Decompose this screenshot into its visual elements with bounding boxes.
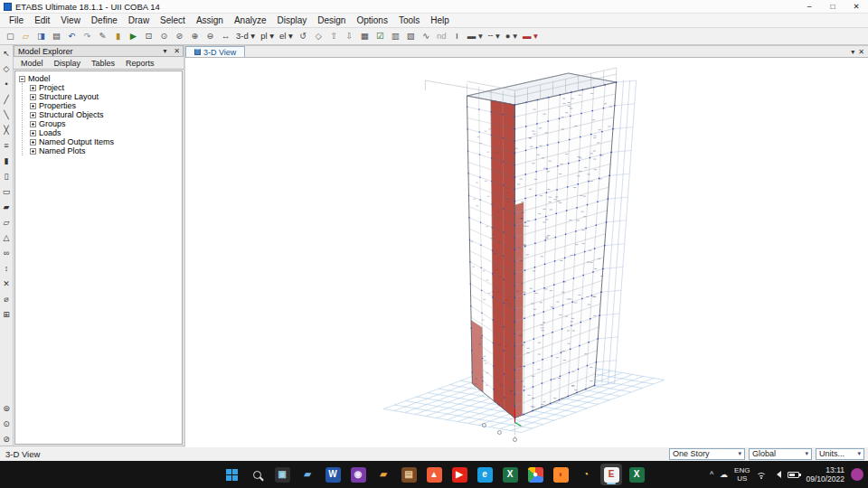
- taskbar-word[interactable]: W: [322, 464, 344, 485]
- reshape-icon[interactable]: ◇: [1, 63, 13, 75]
- tree-item-groups[interactable]: Groups: [39, 119, 66, 128]
- edit-pen-icon[interactable]: ✎: [96, 30, 109, 43]
- move-down-icon[interactable]: ⇩: [343, 30, 356, 43]
- tray-chevron-icon[interactable]: ^: [710, 470, 713, 479]
- wifi-icon[interactable]: [756, 470, 767, 479]
- zoom-rubber-band-icon[interactable]: ⊡: [142, 30, 156, 43]
- menu-edit[interactable]: Edit: [29, 14, 55, 27]
- view-close-icon[interactable]: ✕: [858, 48, 864, 56]
- menu-design[interactable]: Design: [312, 14, 351, 27]
- view-dropdown-icon[interactable]: ▾: [851, 48, 854, 56]
- expand-properties-icon[interactable]: [30, 103, 36, 109]
- select-fill-icon[interactable]: ▬ ▾: [466, 30, 485, 43]
- menu-options[interactable]: Options: [351, 14, 392, 27]
- taskbar-youtube[interactable]: ▶: [448, 464, 470, 485]
- taskbar-firefox[interactable]: ◗: [550, 464, 571, 485]
- plan-view-icon[interactable]: pl ▾: [259, 30, 276, 43]
- minimize-button[interactable]: –: [797, 0, 821, 13]
- point-marker-icon[interactable]: ● ▾: [504, 30, 519, 43]
- battery-icon[interactable]: [788, 472, 799, 478]
- select-icon[interactable]: ↖: [1, 48, 13, 60]
- quick-area-icon[interactable]: ▱: [1, 217, 13, 229]
- menu-select[interactable]: Select: [155, 14, 191, 27]
- draw-links-icon[interactable]: ∞: [1, 248, 13, 259]
- taskbar-excel[interactable]: X: [499, 464, 521, 485]
- draw-area-icon[interactable]: ▰: [1, 202, 13, 213]
- draw-frame-icon[interactable]: ╱: [1, 94, 13, 106]
- taskbar-folder[interactable]: ▰: [373, 464, 394, 485]
- taskbar-clock-app[interactable]: ◔: [575, 464, 597, 485]
- show-deformed-icon[interactable]: ∿: [420, 30, 433, 43]
- tree-item-structure-layout[interactable]: Structure Layout: [39, 92, 99, 101]
- taskbar-desktop[interactable]: ▣: [271, 464, 293, 485]
- taskbar-brave[interactable]: ▲: [423, 464, 445, 485]
- collapse-icon[interactable]: [19, 76, 25, 82]
- save-icon[interactable]: ◨: [34, 30, 48, 43]
- draw-grid-icon[interactable]: ⊞: [1, 309, 13, 321]
- taskbar-start[interactable]: [221, 464, 242, 485]
- expand-structural-objects-icon[interactable]: [30, 112, 36, 118]
- draw-reference-point-icon[interactable]: ⊚: [1, 403, 13, 415]
- tab-3d-view[interactable]: 3-D View: [185, 46, 245, 57]
- expand-groups-icon[interactable]: [30, 121, 36, 127]
- tree-item-properties[interactable]: Properties: [39, 101, 76, 110]
- lock-model-icon[interactable]: ▮: [111, 30, 125, 43]
- volume-icon[interactable]: [773, 471, 781, 478]
- taskbar-chrome[interactable]: ●: [524, 464, 546, 485]
- close-button[interactable]: ✕: [844, 0, 868, 13]
- draw-floor-icon[interactable]: ▭: [1, 186, 13, 198]
- menu-define[interactable]: Define: [86, 14, 123, 27]
- perspective-toggle-icon[interactable]: ◇: [312, 30, 326, 43]
- assign-frame-icon[interactable]: ▥: [389, 30, 402, 43]
- menu-assign[interactable]: Assign: [191, 14, 229, 27]
- language-indicator[interactable]: ENG US: [734, 466, 750, 483]
- tree-item-named-plots[interactable]: Named Plots: [39, 146, 86, 155]
- expand-named-output-items-icon[interactable]: [30, 139, 36, 145]
- maximize-button[interactable]: □: [821, 0, 844, 13]
- assign-area-icon[interactable]: ▧: [404, 30, 418, 43]
- draw-color-icon[interactable]: ▬ ▾: [521, 30, 540, 43]
- line-style-icon[interactable]: ╌ ▾: [486, 30, 502, 43]
- i-cursor-icon[interactable]: I: [450, 30, 464, 43]
- menu-file[interactable]: File: [4, 14, 29, 27]
- set-display-options-icon[interactable]: ☑: [373, 30, 387, 43]
- menu-help[interactable]: Help: [425, 14, 455, 27]
- expand-named-plots-icon[interactable]: [30, 148, 36, 155]
- zoom-in-icon[interactable]: ⊕: [188, 30, 202, 43]
- explorer-dropdown-icon[interactable]: ▾: [159, 47, 171, 55]
- print-icon[interactable]: ▤: [50, 30, 63, 43]
- taskbar-edge[interactable]: e: [474, 464, 495, 485]
- tree-item-structural-objects[interactable]: Structural Objects: [39, 110, 104, 119]
- explorer-tab-display[interactable]: Display: [49, 57, 87, 69]
- clock[interactable]: 13:11 09/10/2022: [806, 465, 844, 483]
- user-avatar[interactable]: [851, 468, 863, 481]
- zoom-out-icon[interactable]: ⊖: [203, 30, 217, 43]
- building-3d-model[interactable]: [185, 58, 868, 447]
- draw-braces-icon[interactable]: ╳: [1, 125, 13, 136]
- expand-structure-layout-icon[interactable]: [30, 94, 36, 100]
- story-dropdown[interactable]: One Story ▾: [669, 448, 745, 460]
- draw-wall-icon[interactable]: ▮: [1, 155, 13, 167]
- pan-icon[interactable]: ↔: [219, 30, 232, 43]
- zoom-previous-icon[interactable]: ⊘: [173, 30, 186, 43]
- explorer-tab-tables[interactable]: Tables: [86, 57, 120, 69]
- object-shrink-toggle-icon[interactable]: ▦: [358, 30, 372, 43]
- explorer-tab-model[interactable]: Model: [15, 57, 49, 69]
- expand-loads-icon[interactable]: [30, 130, 36, 136]
- taskbar-search[interactable]: [246, 464, 268, 485]
- redo-icon[interactable]: ↷: [80, 30, 94, 43]
- nd-indicator-icon[interactable]: nd: [435, 30, 448, 43]
- draw-dimension-line-icon[interactable]: ↕: [1, 263, 13, 275]
- snap-to-grid-icon[interactable]: ⊙: [1, 418, 13, 430]
- draw-section-cut-icon[interactable]: ✕: [1, 278, 13, 290]
- menu-display[interactable]: Display: [272, 14, 313, 27]
- view-3d-icon[interactable]: 3-d ▾: [234, 30, 257, 43]
- explorer-tab-reports[interactable]: Reports: [120, 57, 160, 69]
- snap-to-line-icon[interactable]: ⊘: [1, 434, 13, 446]
- taskbar-file-explorer[interactable]: ▰: [297, 464, 318, 485]
- quick-frame-icon[interactable]: ╲: [1, 109, 13, 121]
- tree-item-project[interactable]: Project: [39, 83, 64, 92]
- units-dropdown[interactable]: Units... ▾: [816, 448, 864, 460]
- measure-icon[interactable]: ⌀: [1, 294, 13, 305]
- menu-analyze[interactable]: Analyze: [229, 14, 272, 27]
